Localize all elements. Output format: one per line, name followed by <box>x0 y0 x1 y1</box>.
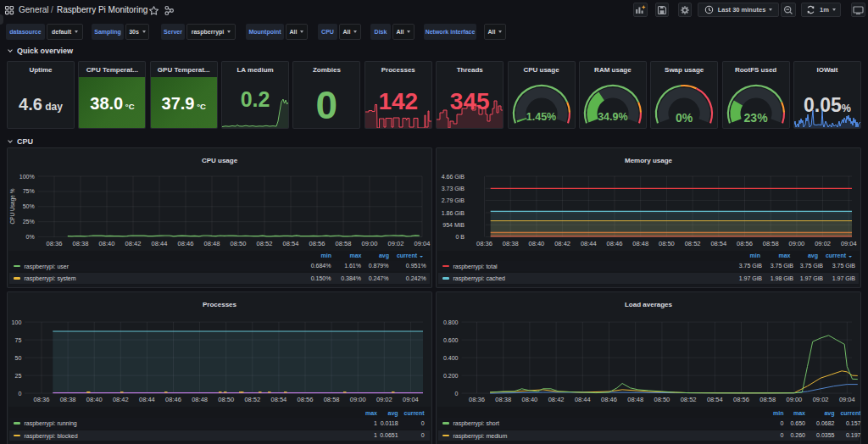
svg-text:08:46: 08:46 <box>601 396 617 403</box>
svg-text:09:00: 09:00 <box>350 396 366 403</box>
svg-text:/: / <box>51 5 53 14</box>
svg-text:08:52: 08:52 <box>685 240 701 247</box>
svg-text:08:38: 08:38 <box>60 396 76 403</box>
svg-text:08:56: 08:56 <box>733 396 749 403</box>
svg-text:25: 25 <box>15 373 22 379</box>
svg-text:08:46: 08:46 <box>165 396 181 403</box>
svg-text:08:50: 08:50 <box>231 240 247 247</box>
svg-text:08:52: 08:52 <box>257 240 273 247</box>
svg-text:100%: 100% <box>19 174 35 180</box>
svg-text:08:58: 08:58 <box>760 396 776 403</box>
svg-text:09:00: 09:00 <box>789 240 805 247</box>
svg-text:09:02: 09:02 <box>376 396 392 403</box>
svg-text:09:04: 09:04 <box>839 396 855 403</box>
svg-text:09:02: 09:02 <box>813 396 829 403</box>
svg-text:08:42: 08:42 <box>113 396 129 403</box>
svg-text:08:52: 08:52 <box>244 396 260 403</box>
svg-text:08:50: 08:50 <box>218 396 234 403</box>
svg-text:08:44: 08:44 <box>581 240 597 247</box>
svg-text:50: 50 <box>15 355 22 361</box>
svg-text:08:54: 08:54 <box>283 240 299 247</box>
svg-text:0 B: 0 B <box>455 234 465 240</box>
svg-text:08:36: 08:36 <box>47 240 63 247</box>
svg-text:0.400: 0.400 <box>443 355 459 361</box>
svg-text:4.66 GiB: 4.66 GiB <box>442 174 465 180</box>
svg-text:75%: 75% <box>23 188 35 194</box>
svg-text:08:48: 08:48 <box>627 396 643 403</box>
svg-text:08:44: 08:44 <box>575 396 591 403</box>
svg-text:08:42: 08:42 <box>548 396 565 403</box>
svg-text:09:00: 09:00 <box>787 396 803 403</box>
svg-text:08:36: 08:36 <box>476 240 492 247</box>
svg-text:08:40: 08:40 <box>522 396 538 403</box>
svg-text:25%: 25% <box>23 219 35 225</box>
svg-text:0.600: 0.600 <box>443 337 459 343</box>
svg-text:08:46: 08:46 <box>178 240 194 247</box>
svg-text:09:02: 09:02 <box>815 240 831 247</box>
svg-text:08:40: 08:40 <box>86 396 103 403</box>
svg-text:50%: 50% <box>23 203 35 209</box>
svg-text:08:48: 08:48 <box>192 396 208 403</box>
svg-text:08:42: 08:42 <box>125 240 142 247</box>
svg-text:3.73 GiB: 3.73 GiB <box>442 186 465 191</box>
svg-text:0%: 0% <box>26 234 35 240</box>
svg-text:08:50: 08:50 <box>654 396 670 403</box>
svg-text:08:44: 08:44 <box>152 240 168 247</box>
svg-text:08:56: 08:56 <box>298 396 314 403</box>
svg-text:08:38: 08:38 <box>73 240 89 247</box>
svg-text:08:56: 08:56 <box>737 240 753 247</box>
svg-text:CPU Usage %: CPU Usage % <box>9 188 16 224</box>
svg-text:08:46: 08:46 <box>607 240 623 247</box>
svg-text:09:04: 09:04 <box>415 240 431 247</box>
svg-text:954 MiB: 954 MiB <box>442 222 465 228</box>
svg-text:08:58: 08:58 <box>324 396 340 403</box>
svg-text:100: 100 <box>12 319 22 325</box>
svg-text:08:56: 08:56 <box>309 240 326 247</box>
svg-text:08:38: 08:38 <box>495 396 511 403</box>
svg-text:08:54: 08:54 <box>707 396 723 403</box>
svg-text:08:52: 08:52 <box>681 396 697 403</box>
svg-text:09:04: 09:04 <box>403 396 419 403</box>
svg-text:0.200: 0.200 <box>443 373 459 379</box>
svg-text:08:48: 08:48 <box>204 240 220 247</box>
svg-text:General: General <box>19 5 49 14</box>
svg-text:08:38: 08:38 <box>503 240 519 247</box>
svg-text:08:40: 08:40 <box>99 240 115 247</box>
svg-text:0: 0 <box>18 391 21 397</box>
svg-text:09:04: 09:04 <box>841 240 857 247</box>
svg-text:08:36: 08:36 <box>469 396 485 403</box>
svg-text:08:54: 08:54 <box>271 396 287 403</box>
svg-text:08:42: 08:42 <box>554 240 570 247</box>
svg-text:08:48: 08:48 <box>632 240 648 247</box>
svg-text:0: 0 <box>455 391 459 397</box>
svg-text:09:02: 09:02 <box>388 240 404 247</box>
svg-text:08:58: 08:58 <box>336 240 352 247</box>
svg-text:08:50: 08:50 <box>659 240 675 247</box>
svg-text:08:44: 08:44 <box>139 396 155 403</box>
svg-text:08:58: 08:58 <box>763 240 779 247</box>
svg-text:08:36: 08:36 <box>34 396 50 403</box>
svg-text:08:54: 08:54 <box>710 240 726 247</box>
svg-text:08:40: 08:40 <box>529 240 545 247</box>
svg-text:Raspberry Pi Monitoring: Raspberry Pi Monitoring <box>57 5 147 14</box>
svg-text:0.800: 0.800 <box>443 319 459 325</box>
svg-text:75: 75 <box>15 337 22 343</box>
svg-text:1.86 GiB: 1.86 GiB <box>442 210 465 216</box>
svg-text:2.79 GiB: 2.79 GiB <box>442 197 465 203</box>
svg-text:09:00: 09:00 <box>362 240 378 247</box>
